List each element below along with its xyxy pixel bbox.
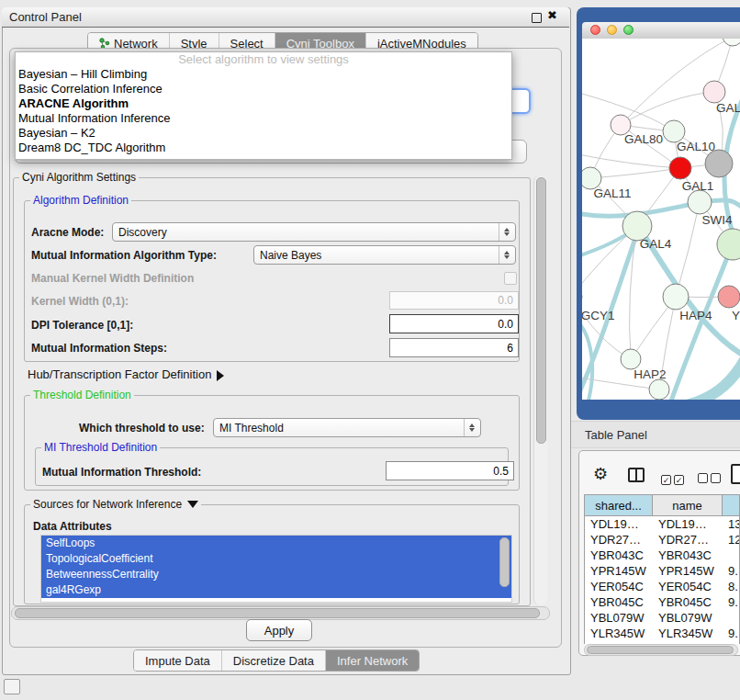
- close-icon[interactable]: ✖: [547, 8, 557, 22]
- table-row[interactable]: YPR145WYPR145W9.: [585, 563, 739, 579]
- network-node-gal[interactable]: [703, 81, 725, 103]
- table-row[interactable]: YBR045CYBR045C9.: [585, 594, 739, 610]
- dropdown-item[interactable]: Bayesian – Hill Climbing: [16, 67, 511, 82]
- dropdown-item-aracne[interactable]: ARACNE Algorithm: [16, 96, 511, 111]
- tab-label: Infer Network: [337, 654, 408, 668]
- mi-threshold-value: 0.5: [493, 465, 509, 478]
- network-node-label: GCY1: [582, 309, 614, 322]
- network-window-titlebar[interactable]: [582, 22, 740, 40]
- sources-group-title[interactable]: Sources for Network Inference: [30, 498, 201, 511]
- float-window-icon[interactable]: [532, 13, 542, 23]
- dropdown-item[interactable]: Bayesian – K2: [16, 126, 511, 141]
- tab-discretize-data[interactable]: Discretize Data: [222, 650, 326, 671]
- mac-close-icon[interactable]: [590, 25, 600, 35]
- table-cell: 13: [723, 516, 740, 532]
- kernel-width-field[interactable]: 0.0: [389, 291, 519, 310]
- column-header-partial[interactable]: [723, 495, 740, 516]
- mac-zoom-icon[interactable]: [623, 25, 633, 35]
- aracne-mode-combo[interactable]: Discovery: [112, 222, 516, 242]
- mi-threshold-group-title: MI Threshold Definition: [41, 441, 160, 454]
- network-node-label: GAL80: [624, 132, 663, 146]
- list-item[interactable]: TopologicalCoefficient: [41, 551, 511, 567]
- network-node-gal1[interactable]: [669, 157, 691, 179]
- table-cell: 12: [723, 532, 740, 548]
- table-cell: YBR045C: [585, 594, 653, 610]
- aracne-mode-value: Discovery: [118, 226, 495, 239]
- control-panel-titlebar[interactable]: [2, 7, 569, 28]
- mi-type-combo[interactable]: Naive Bayes: [253, 245, 516, 265]
- table-cell: YDR27…: [653, 532, 723, 548]
- algorithm-dropdown-popup: Select algorithm to view settings Bayesi…: [15, 51, 512, 160]
- dropdown-item[interactable]: Mutual Information Inference: [16, 111, 511, 126]
- collapse-down-icon: [187, 501, 198, 508]
- restore-panel-icon[interactable]: [4, 679, 20, 694]
- network-node[interactable]: [723, 39, 740, 46]
- manual-kernel-checkbox[interactable]: [504, 272, 517, 285]
- list-scrollbar[interactable]: [499, 537, 510, 587]
- dpi-tolerance-value: 0.0: [498, 318, 513, 331]
- stepper-icon: [499, 246, 510, 264]
- expand-right-icon: [217, 370, 224, 381]
- which-threshold-combo[interactable]: MI Threshold: [213, 418, 481, 437]
- mi-steps-label: Mutual Information Steps:: [31, 342, 167, 355]
- table-cell: YDR27…: [585, 532, 653, 548]
- column-header-shared-name[interactable]: shared...: [585, 495, 653, 516]
- table-cell: 9.: [723, 563, 740, 579]
- network-node[interactable]: [688, 190, 712, 214]
- network-node-hap2[interactable]: [621, 349, 641, 369]
- hub-definition-expander[interactable]: Hub/Transcription Factor Definition: [28, 367, 224, 381]
- network-node-swi4[interactable]: [717, 229, 740, 260]
- data-attributes-list[interactable]: SelfLoopsTopologicalCoefficientBetweenne…: [40, 535, 512, 603]
- table-horizontal-scrollbar[interactable]: [584, 644, 738, 656]
- network-node[interactable]: [649, 379, 669, 400]
- table-row[interactable]: YBL079WYBL079W: [585, 610, 739, 626]
- mi-threshold-field[interactable]: 0.5: [386, 461, 514, 480]
- split-columns-icon[interactable]: [628, 468, 645, 482]
- network-edge: [582, 153, 680, 168]
- table-cell: YLR345W: [585, 626, 653, 641]
- table-row[interactable]: YDL19…YDL19…13: [585, 516, 739, 532]
- network-canvas[interactable]: GALGAL80GAL10GAL1GAL11SWI4GAL4GCY1HAP4YH…: [582, 39, 740, 400]
- gear-icon[interactable]: ⚙: [593, 466, 608, 482]
- mi-steps-field[interactable]: 6: [389, 338, 519, 357]
- stepper-icon: [499, 223, 510, 241]
- dropdown-item[interactable]: Basic Correlation Inference: [16, 82, 511, 96]
- list-item[interactable]: SelfLoops: [41, 536, 511, 551]
- table-row[interactable]: YER054CYER054C8.: [585, 579, 739, 594]
- settings-vertical-scrollbar[interactable]: [533, 175, 547, 605]
- settings-horizontal-scrollbar[interactable]: [11, 606, 550, 620]
- cyni-bottom-tabstrip: Impute Data Discretize Data Infer Networ…: [133, 649, 420, 672]
- network-edge: [676, 202, 700, 297]
- table-cell: YER054C: [653, 579, 723, 594]
- apply-button[interactable]: Apply: [246, 619, 312, 641]
- table-cell: 9.: [723, 626, 740, 641]
- column-header-name[interactable]: name: [653, 495, 723, 516]
- network-node[interactable]: [705, 150, 733, 177]
- table-row[interactable]: YBR043CYBR043C: [585, 548, 739, 563]
- tab-infer-network[interactable]: Infer Network: [326, 650, 419, 671]
- list-item[interactable]: gal4RGexp: [41, 582, 511, 598]
- apply-button-label: Apply: [264, 624, 295, 638]
- partial-toolbar-icon[interactable]: [731, 464, 740, 484]
- list-item[interactable]: BetweennessCentrality: [41, 567, 511, 582]
- dpi-tolerance-label: DPI Tolerance [0,1]:: [31, 319, 133, 332]
- network-graph: GALGAL80GAL10GAL1GAL11SWI4GAL4GCY1HAP4YH…: [582, 39, 740, 400]
- hide-columns-icon[interactable]: [698, 470, 721, 487]
- dropdown-placeholder: Select algorithm to view settings: [16, 52, 511, 67]
- data-attributes-label: Data Attributes: [33, 520, 112, 533]
- tab-impute-data[interactable]: Impute Data: [134, 650, 222, 671]
- dropdown-item[interactable]: Dream8 DC_TDC Algorithm: [16, 141, 511, 155]
- kernel-width-label: Kernel Width (0,1):: [31, 295, 129, 308]
- table-cell: YLR345W: [653, 626, 723, 641]
- which-threshold-value: MI Threshold: [219, 422, 460, 435]
- mac-minimize-icon[interactable]: [607, 25, 617, 35]
- table-cell: [723, 610, 740, 626]
- dpi-tolerance-field[interactable]: 0.0: [389, 314, 519, 333]
- network-node-label: HAP4: [679, 309, 712, 322]
- network-node-y[interactable]: [718, 286, 740, 308]
- node-table[interactable]: shared... name YDL19…YDL19…13YDR27…YDR27…: [584, 494, 740, 644]
- table-row[interactable]: YDR27…YDR27…12: [585, 532, 739, 548]
- table-row[interactable]: YLR345WYLR345W9.: [585, 626, 739, 641]
- show-columns-icon[interactable]: ✓✓: [661, 470, 684, 487]
- network-node-hap4[interactable]: [663, 284, 689, 310]
